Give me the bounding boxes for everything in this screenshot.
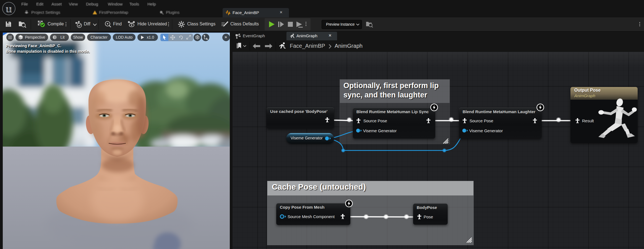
svg-text:u: u — [6, 2, 12, 15]
